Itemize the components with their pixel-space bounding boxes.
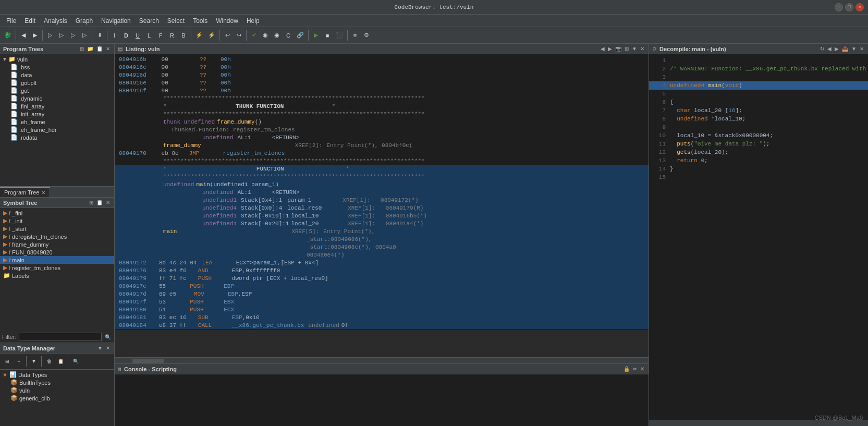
dtm-tb3[interactable]: ▼ — [29, 355, 39, 368]
listing-icon-prev[interactable]: ◀ — [600, 45, 606, 52]
filter-search-btn[interactable]: 🔍 — [104, 334, 112, 340]
decompile-prev[interactable]: ◀ — [826, 45, 833, 52]
dtm-tb5[interactable]: 📋 — [55, 355, 66, 368]
tree-item-data[interactable]: 📄 .data — [0, 71, 114, 79]
st-icon2[interactable]: 📋 — [95, 199, 104, 206]
symbol-tree-content[interactable]: ▶ f _fini ▶ f _init ▶ f _start ▶ f d — [0, 208, 114, 331]
dtm-tb6[interactable]: 🔍 — [70, 355, 81, 368]
tb-misc2[interactable]: ⚙ — [361, 29, 372, 42]
listing-icon-layout[interactable]: ⊞ — [624, 45, 630, 52]
dtm-tb1[interactable]: ⊞ — [2, 355, 13, 368]
tb-u-btn[interactable]: U — [132, 29, 143, 42]
pt-icon3[interactable]: 📋 — [95, 45, 104, 52]
tb-check[interactable]: ✔ — [249, 29, 259, 42]
sym-deregister[interactable]: ▶ f deregister_tm_clones — [0, 233, 114, 240]
tb-debug2[interactable]: ⬛ — [334, 29, 345, 42]
program-tree-content[interactable]: ▼ 📁 vuln 📄 .bss 📄 .data 📄 .got.plt — [0, 54, 114, 186]
tree-item-fini-array[interactable]: 📄 .fini_array — [0, 102, 114, 110]
tb-nav3[interactable]: ▷ — [68, 29, 78, 42]
sym-labels[interactable]: 📁 Labels — [0, 272, 114, 279]
tb-B-btn[interactable]: B — [178, 29, 189, 42]
tb-tools1[interactable]: ⚡ — [193, 29, 205, 42]
tree-item-dynamic[interactable]: 📄 .dynamic — [0, 94, 114, 102]
decompile-menu[interactable]: ▼ — [850, 45, 858, 52]
dtm-data-types[interactable]: ▼ 📊 Data Types — [0, 371, 114, 379]
listing-close[interactable]: ✕ — [639, 45, 645, 52]
dtm-icon1[interactable]: ▼ — [96, 345, 104, 351]
menu-select[interactable]: Select — [163, 16, 189, 26]
listing-icon-next[interactable]: ▶ — [607, 45, 613, 52]
sym-fini[interactable]: ▶ f _fini — [0, 209, 114, 217]
tb-nav4[interactable]: ▷ — [79, 29, 90, 42]
menu-graph[interactable]: Graph — [71, 16, 97, 26]
sym-start[interactable]: ▶ f _start — [0, 225, 114, 233]
tree-item-eh-frame-hdr[interactable]: 📄 .eh_frame_hdr — [0, 126, 114, 133]
listing-icon-snap[interactable]: 📷 — [614, 45, 622, 52]
dtm-tb2[interactable]: − — [14, 355, 24, 368]
tb-patch2[interactable]: ◉ — [272, 29, 282, 42]
dtm-vuln[interactable]: 📦 vuln — [0, 386, 114, 394]
pt-close[interactable]: ✕ — [105, 45, 111, 52]
decompile-export[interactable]: 📤 — [841, 45, 849, 52]
console-content[interactable] — [115, 374, 649, 426]
decompile-next[interactable]: ▶ — [834, 45, 840, 52]
tree-item-gotplt[interactable]: 📄 .got.plt — [0, 79, 114, 87]
maximize-button[interactable]: □ — [845, 3, 853, 11]
tb-func-btn[interactable]: F — [155, 29, 166, 42]
dtm-builtin[interactable]: 📦 BuiltInTypes — [0, 379, 114, 386]
menu-tools[interactable]: Tools — [189, 16, 212, 26]
sym-fun-08049020[interactable]: ▶ f FUN_08049020 — [0, 248, 114, 256]
menu-help[interactable]: Help — [242, 16, 264, 26]
decompile-refresh[interactable]: ↻ — [819, 45, 825, 52]
listing-scroll[interactable]: 0804916b 00 ?? 00h 0804916c 00 ?? 00h — [115, 54, 649, 357]
tb-down-arrow[interactable]: ⬇ — [94, 29, 105, 42]
menu-search[interactable]: Search — [135, 16, 163, 26]
tb-nav1[interactable]: ▷ — [45, 29, 55, 42]
console-close[interactable]: ✕ — [639, 366, 645, 372]
tree-root-vuln[interactable]: ▼ 📁 vuln — [0, 55, 114, 63]
menu-edit[interactable]: Edit — [20, 16, 40, 26]
tb-patch3[interactable]: C — [283, 29, 294, 42]
tb-d-btn[interactable]: D — [121, 29, 131, 42]
decompile-content[interactable]: 1 2 /* WARNING: Function: __x86.get_pc_t… — [649, 54, 868, 420]
tb-ghidra-icon[interactable]: 🐉 — [2, 29, 14, 42]
dtm-content[interactable]: ▼ 📊 Data Types 📦 BuiltInTypes 📦 vuln 📦 g… — [0, 370, 114, 411]
pt-icon2[interactable]: 📁 — [86, 45, 94, 52]
dtm-close[interactable]: ✕ — [105, 345, 111, 351]
pt-icon1[interactable]: ⊞ — [79, 45, 85, 52]
listing-scrollbar-h[interactable] — [115, 357, 649, 363]
decompile-close[interactable]: ✕ — [859, 45, 865, 52]
tb-misc1[interactable]: ≡ — [350, 29, 360, 42]
tab-program-tree-close[interactable]: ✕ — [41, 190, 45, 196]
dtm-tb4[interactable]: 🗑 — [44, 355, 54, 368]
tb-patch[interactable]: ◉ — [260, 29, 271, 42]
tb-tools2[interactable]: ⚡ — [206, 29, 217, 42]
minimize-button[interactable]: − — [835, 3, 843, 11]
dtm-generic-clib[interactable]: 📦 generic_clib — [0, 394, 114, 402]
tb-forward-button[interactable]: ▶ — [30, 29, 40, 42]
menu-window[interactable]: Window — [212, 16, 242, 26]
tb-R-btn[interactable]: R — [167, 29, 177, 42]
tree-item-bss[interactable]: 📄 .bss — [0, 63, 114, 71]
console-icon1[interactable]: 🔒 — [622, 366, 631, 372]
tab-program-tree[interactable]: Program Tree ✕ — [0, 187, 50, 197]
tb-i-btn[interactable]: I — [109, 29, 120, 42]
tb-undo[interactable]: ↩ — [222, 29, 233, 42]
tree-item-init-array[interactable]: 📄 .init_array — [0, 110, 114, 118]
tree-item-got[interactable]: 📄 .got — [0, 87, 114, 94]
menu-file[interactable]: File — [2, 16, 20, 26]
close-button[interactable]: ✕ — [855, 3, 864, 11]
tb-debug[interactable]: ■ — [322, 29, 333, 42]
listing-icon-menu[interactable]: ▼ — [631, 45, 638, 52]
tb-patch4[interactable]: 🔗 — [295, 29, 306, 42]
console-icon2[interactable]: ✏ — [632, 366, 638, 372]
tb-redo[interactable]: ↪ — [234, 29, 244, 42]
tree-item-eh-frame[interactable]: 📄 .eh_frame — [0, 118, 114, 126]
tb-run[interactable]: ▶ — [311, 29, 321, 42]
tb-l-btn[interactable]: L — [144, 29, 154, 42]
sym-frame-dummy[interactable]: ▶ f frame_dummy — [0, 240, 114, 248]
tree-item-rodata[interactable]: 📄 .rodata — [0, 133, 114, 141]
filter-input[interactable] — [19, 333, 102, 341]
tb-nav2[interactable]: ▷ — [56, 29, 67, 42]
st-close[interactable]: ✕ — [105, 199, 111, 206]
